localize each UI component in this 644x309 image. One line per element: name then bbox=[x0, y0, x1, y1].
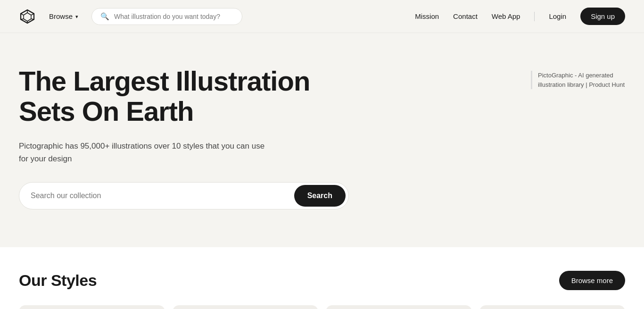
hero-search-input[interactable] bbox=[19, 192, 291, 200]
nav-divider bbox=[534, 12, 535, 21]
hero-side-text: PictoGraphic - AI generated illustration… bbox=[531, 71, 625, 89]
svg-line-7 bbox=[21, 19, 24, 19]
hero-subtitle: Pictographic has 95,000+ illustrations o… bbox=[19, 140, 273, 165]
search-icon: 🔍 bbox=[100, 12, 109, 21]
svg-line-5 bbox=[31, 19, 34, 19]
hero-right-panel: PictoGraphic - AI generated illustration… bbox=[531, 66, 625, 209]
nav-link-contact[interactable]: Contact bbox=[453, 12, 478, 20]
browse-more-button[interactable]: Browse more bbox=[559, 271, 625, 290]
styles-header: Our Styles Browse more bbox=[19, 271, 625, 290]
navbar-search-bar[interactable]: 🔍 bbox=[91, 8, 242, 25]
styles-title: Our Styles bbox=[19, 271, 97, 290]
style-card-oldschool[interactable]: Old School 7,700 illustrations bbox=[326, 305, 472, 309]
navbar-left: Browse ▾ 🔍 bbox=[19, 8, 242, 25]
hero-title: The Largest Illustration Sets On Earth bbox=[19, 66, 339, 126]
signup-button[interactable]: Sign up bbox=[580, 8, 625, 25]
hero-search-button[interactable]: Search bbox=[294, 185, 346, 207]
chevron-down-icon: ▾ bbox=[75, 14, 78, 20]
logo[interactable] bbox=[19, 8, 36, 25]
styles-section: Our Styles Browse more Essential 33,356 … bbox=[0, 247, 644, 309]
logo-icon bbox=[19, 8, 36, 25]
hero-search-bar[interactable]: Search bbox=[19, 182, 349, 209]
navbar-right: Mission Contact Web App Login Sign up bbox=[415, 8, 625, 25]
navbar-search-input[interactable] bbox=[114, 13, 233, 20]
style-cards-container: Essential 33,356 illustrations Lined 11,… bbox=[19, 305, 625, 309]
hero-content: The Largest Illustration Sets On Earth P… bbox=[19, 66, 339, 209]
style-card-purple[interactable]: Purple 6,156 illustrations bbox=[479, 305, 626, 309]
browse-label: Browse bbox=[49, 12, 73, 20]
style-card-essential[interactable]: Essential 33,356 illustrations bbox=[19, 305, 165, 309]
hero-section: The Largest Illustration Sets On Earth P… bbox=[0, 33, 644, 247]
style-card-lined[interactable]: Lined 11,987 illustrations bbox=[173, 305, 319, 309]
nav-link-webapp[interactable]: Web App bbox=[492, 12, 520, 20]
svg-marker-2 bbox=[24, 13, 31, 21]
navbar: Browse ▾ 🔍 Mission Contact Web App Login… bbox=[0, 0, 644, 33]
nav-link-mission[interactable]: Mission bbox=[415, 12, 439, 20]
login-button[interactable]: Login bbox=[549, 12, 566, 20]
browse-button[interactable]: Browse ▾ bbox=[49, 12, 78, 20]
